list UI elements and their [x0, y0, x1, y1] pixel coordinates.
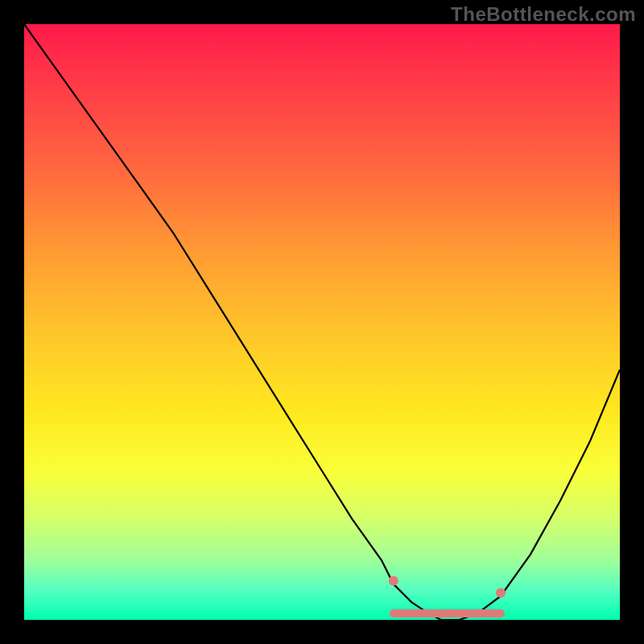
chart-frame: TheBottleneck.com: [0, 0, 644, 644]
watermark-text: TheBottleneck.com: [451, 3, 636, 26]
plot-area: [24, 24, 620, 620]
optimal-range-dot-right: [496, 588, 506, 597]
bottleneck-curve: [24, 24, 620, 620]
curve-svg: [24, 24, 620, 620]
optimal-range-dot-left: [389, 576, 398, 586]
